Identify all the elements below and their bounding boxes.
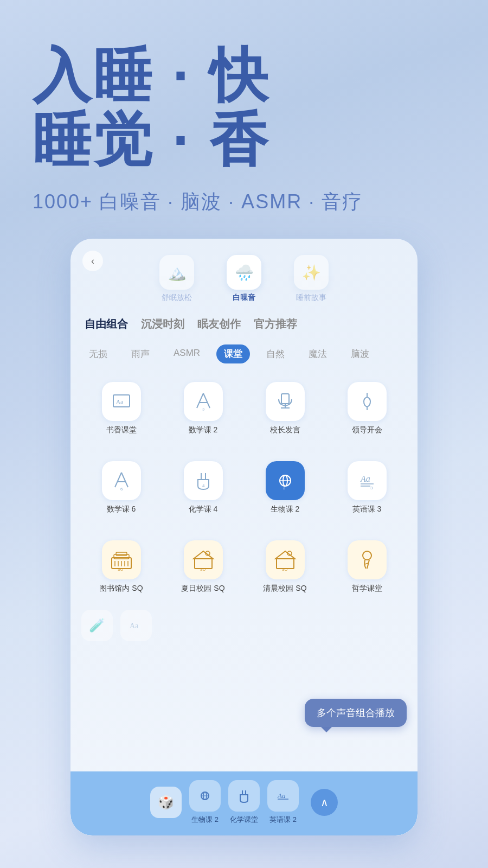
player-item-english2[interactable]: Aa 英语课 2 xyxy=(267,780,299,825)
sub-tab-classroom[interactable]: 课堂 xyxy=(216,344,250,363)
tooltip-text: 多个声音组合播放 xyxy=(317,707,395,718)
player-english2-icon: Aa xyxy=(267,780,299,812)
sound-principal-speech[interactable]: 校长发言 xyxy=(245,373,325,442)
sound-book-classroom-label: 书香课堂 xyxy=(106,425,137,435)
sound-chem-4-icon: 4 xyxy=(184,461,223,500)
sub-tab-rain[interactable]: 雨声 xyxy=(124,344,157,363)
sound-bio-2-icon: 2 xyxy=(266,461,305,500)
sub-tab-brainwave[interactable]: 脑波 xyxy=(343,344,377,363)
sound-grid-row3: SQ 图书馆内 SQ SQ 夏日校园 SQ xyxy=(70,526,418,605)
svg-text:SQ: SQ xyxy=(118,567,124,571)
sound-leader-meeting-label: 领导开会 xyxy=(352,425,382,435)
svg-text:Aa: Aa xyxy=(130,622,139,630)
tooltip-multi-sound: 多个声音组合播放 xyxy=(305,699,407,727)
sound-math-6[interactable]: 6 数学课 6 xyxy=(81,452,161,521)
sound-bio-2[interactable]: 2 生物课 2 xyxy=(245,452,325,521)
sound-grid-row2: 6 数学课 6 4 化学课 4 2 xyxy=(70,447,418,526)
sound-summer-campus-sq[interactable]: SQ 夏日校园 SQ xyxy=(163,532,243,600)
tab-sleep-relax[interactable]: 🏔️ 舒眠放松 xyxy=(159,255,194,303)
player-random-button[interactable]: 🎲 xyxy=(150,787,182,818)
hero-title: 入睡 · 快 睡觉 · 香 xyxy=(33,43,455,173)
tab-sleep-relax-icon: 🏔️ xyxy=(159,255,194,290)
sound-chem-4-label: 化学课 4 xyxy=(189,505,218,514)
svg-line-11 xyxy=(115,473,121,487)
sound-leader-meeting-icon xyxy=(348,382,387,421)
player-item-chem-class[interactable]: 化学课堂 xyxy=(228,780,260,825)
sound-english-3-icon: Aa 3 xyxy=(348,461,387,500)
extra-item-2: Aa xyxy=(120,610,152,641)
svg-rect-28 xyxy=(116,552,127,556)
sound-math-2-label: 数学课 2 xyxy=(189,425,218,435)
sound-library-sq-label: 图书馆内 SQ xyxy=(99,584,143,593)
svg-marker-36 xyxy=(194,551,213,559)
sub-tab-nature[interactable]: 自然 xyxy=(259,344,292,363)
sound-principal-speech-icon xyxy=(266,382,305,421)
sound-math-2-icon: 2 xyxy=(184,382,223,421)
sound-summer-campus-sq-label: 夏日校园 SQ xyxy=(181,584,224,593)
tabs-row: 🏔️ 舒眠放松 🌧️ 白噪音 ✨ 睡前故事 xyxy=(70,244,418,308)
sound-math-6-icon: 6 xyxy=(102,461,141,500)
sound-philosophy-label: 哲学课堂 xyxy=(352,584,382,593)
cat-tab-immersive[interactable]: 沉浸时刻 xyxy=(141,317,184,331)
player-english2-label: 英语课 2 xyxy=(269,815,297,825)
sub-tab-lossless[interactable]: 无损 xyxy=(81,344,115,363)
back-button[interactable]: ‹ xyxy=(82,251,103,271)
sound-principal-speech-label: 校长发言 xyxy=(270,425,300,435)
extra-item-1: 🧪 xyxy=(81,610,113,641)
sound-philosophy-icon xyxy=(348,540,387,579)
svg-marker-40 xyxy=(275,551,295,559)
sound-book-classroom-icon: Aa xyxy=(102,382,141,421)
svg-text:Aa: Aa xyxy=(360,474,370,483)
svg-text:SQ: SQ xyxy=(200,567,206,571)
svg-rect-6 xyxy=(281,394,289,404)
sound-library-sq[interactable]: SQ 图书馆内 SQ xyxy=(81,532,161,600)
phone-mockup: ‹ 🏔️ 舒眠放松 🌧️ 白噪音 ✨ 睡前故事 自由组合 沉浸时刻 眠友创作 官… xyxy=(70,239,418,835)
sound-morning-campus-sq[interactable]: SQ 清晨校园 SQ xyxy=(245,532,325,600)
tab-bedtime-story-icon: ✨ xyxy=(294,255,329,290)
sound-bio-2-label: 生物课 2 xyxy=(271,505,300,514)
sub-tab-asmr[interactable]: ASMR xyxy=(166,344,208,363)
svg-text:4: 4 xyxy=(202,483,205,488)
tab-white-noise-label: 白噪音 xyxy=(233,293,255,303)
svg-line-3 xyxy=(203,393,210,408)
player-chem-class-icon xyxy=(228,780,260,812)
sound-book-classroom[interactable]: Aa 书香课堂 xyxy=(81,373,161,442)
hero-section: 入睡 · 快 睡觉 · 香 1000+ 白噪音 · 脑波 · ASMR · 音疗 xyxy=(0,0,488,232)
tab-bedtime-story[interactable]: ✨ 睡前故事 xyxy=(294,255,329,303)
sound-english-3-label: 英语课 3 xyxy=(352,505,382,514)
sound-english-3[interactable]: Aa 3 英语课 3 xyxy=(327,452,407,521)
player-expand-button[interactable]: ∧ xyxy=(311,789,338,816)
sound-leader-meeting[interactable]: 领导开会 xyxy=(327,373,407,442)
cat-tab-user-created[interactable]: 眠友创作 xyxy=(197,317,241,331)
svg-point-43 xyxy=(363,551,371,560)
player-bar: 🎲 生物课 2 xyxy=(70,771,418,835)
tab-white-noise[interactable]: 🌧️ 白噪音 xyxy=(227,255,261,303)
sound-math-2[interactable]: 2 数学课 2 xyxy=(163,373,243,442)
hero-line2: 睡觉 · 香 xyxy=(33,108,455,173)
sound-morning-campus-sq-label: 清晨校园 SQ xyxy=(263,584,306,593)
player-chem-class-label: 化学课堂 xyxy=(230,815,258,825)
category-tabs: 自由组合 沉浸时刻 眠友创作 官方推荐 xyxy=(70,308,418,340)
sub-tab-magic[interactable]: 魔法 xyxy=(301,344,335,363)
cat-tab-official[interactable]: 官方推荐 xyxy=(254,317,297,331)
player-item-bio2[interactable]: 生物课 2 xyxy=(189,780,221,825)
tab-sleep-relax-label: 舒眠放松 xyxy=(162,293,192,303)
player-bio2-label: 生物课 2 xyxy=(191,815,219,825)
sound-chem-4[interactable]: 4 化学课 4 xyxy=(163,452,243,521)
chevron-up-icon: ∧ xyxy=(320,797,329,808)
tab-bedtime-story-label: 睡前故事 xyxy=(296,293,326,303)
svg-text:3: 3 xyxy=(370,486,373,490)
svg-text:SQ: SQ xyxy=(282,567,288,571)
sound-summer-campus-sq-icon: SQ xyxy=(184,540,223,579)
svg-text:6: 6 xyxy=(120,487,123,492)
hero-subtitle: 1000+ 白噪音 · 脑波 · ASMR · 音疗 xyxy=(33,189,455,215)
extra-partial-row: 🧪 Aa xyxy=(70,608,418,643)
sound-library-sq-icon: SQ xyxy=(102,540,141,579)
tab-white-noise-icon: 🌧️ xyxy=(227,255,261,290)
svg-text:Aa: Aa xyxy=(116,398,123,405)
sound-morning-campus-sq-icon: SQ xyxy=(266,540,305,579)
player-bio2-icon xyxy=(189,780,221,812)
cat-tab-free-combo[interactable]: 自由组合 xyxy=(85,317,128,331)
sound-math-6-label: 数学课 6 xyxy=(107,505,136,514)
sound-philosophy[interactable]: 哲学课堂 xyxy=(327,532,407,600)
